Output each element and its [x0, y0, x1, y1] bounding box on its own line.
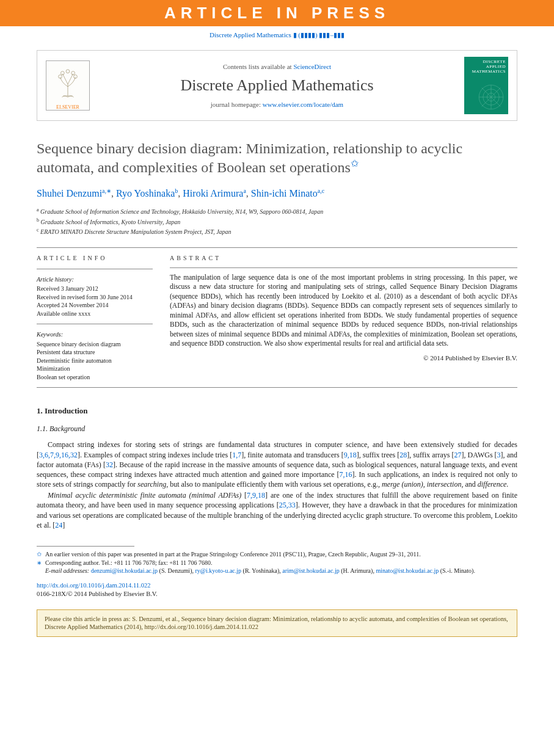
citation-link[interactable]: 7,9,18 [247, 491, 265, 500]
keyword: Persistent data structure [37, 348, 153, 357]
footnote-rule [37, 546, 134, 547]
citation-link[interactable]: 25,33 [279, 501, 296, 509]
elsevier-wordmark: ELSEVIER [56, 104, 79, 110]
keywords-heading: Keywords: [37, 330, 153, 339]
author-list: Shuhei Denzumia,∗, Ryo Yoshinakab, Hirok… [37, 187, 517, 199]
email-link[interactable]: minato@ist.hokudai.ac.jp [376, 567, 439, 574]
journal-cover-thumbnail: DISCRETE APPLIED MATHEMATICS [464, 57, 508, 114]
history-line: Received 3 January 2012 [37, 285, 153, 293]
section-1-heading: 1. Introduction [37, 406, 517, 416]
elsevier-tree-icon [53, 61, 82, 104]
affiliations: a Graduate School of Information Science… [37, 206, 517, 236]
abstract-text: The manipulation of large sequence data … [170, 273, 517, 349]
history-heading: Article history: [37, 275, 153, 284]
history-line: Accepted 24 November 2014 [37, 301, 153, 310]
email-link[interactable]: denzumi@ist.hokudai.ac.jp [91, 567, 158, 574]
svg-point-4 [66, 69, 70, 73]
article-info: ARTICLE INFO Article history: Received 3… [37, 248, 161, 387]
section-1-1-heading: 1.1. Background [37, 424, 517, 434]
article-info-label: ARTICLE INFO [37, 254, 153, 263]
svg-point-0 [59, 75, 62, 78]
keyword: Deterministic finite automaton [37, 357, 153, 365]
contents-available: Contents lists available at ScienceDirec… [98, 63, 456, 70]
abstract-copyright: © 2014 Published by Elsevier B.V. [170, 354, 517, 363]
footnote-marker: ∗ [37, 559, 45, 567]
journal-homepage: journal homepage: www.elsevier.com/locat… [98, 101, 456, 108]
author-link[interactable]: Hiroki Arimura [183, 188, 243, 198]
sciencedirect-link[interactable]: ScienceDirect [293, 63, 331, 70]
citation-link[interactable]: 24 [55, 521, 62, 529]
keyword: Sequence binary decision diagram [37, 340, 153, 349]
doi-block: http://dx.doi.org/10.1016/j.dam.2014.11.… [37, 581, 517, 598]
abstract-label: ABSTRACT [170, 254, 517, 263]
abstract: ABSTRACT The manipulation of large seque… [161, 248, 517, 387]
email-link[interactable]: arim@ist.hokudai.ac.jp [282, 567, 339, 574]
citation-link[interactable]: 9,18 [344, 451, 357, 459]
citation-link[interactable]: 27 [454, 451, 462, 459]
citation-link[interactable]: 3,6,7,9,16,32 [39, 451, 78, 459]
doi-link[interactable]: http://dx.doi.org/10.1016/j.dam.2014.11.… [37, 582, 150, 589]
footnotes: ✩An earlier version of this paper was pr… [37, 550, 517, 575]
journal-reference: Discrete Applied Mathematics ▮ (▮▮▮▮) ▮▮… [0, 26, 554, 44]
keyword: Boolean set operation [37, 373, 153, 382]
body-paragraph: Minimal acyclic deterministic finite aut… [37, 490, 517, 530]
svg-point-3 [71, 71, 75, 75]
email-label: E-mail addresses: [45, 567, 89, 574]
info-abstract-row: ARTICLE INFO Article history: Received 3… [37, 247, 517, 388]
history-line: Available online xxxx [37, 310, 153, 318]
author-link[interactable]: Shuhei Denzumi [37, 188, 102, 198]
email-link[interactable]: ry@i.kyoto-u.ac.jp [195, 567, 241, 574]
journal-header: ELSEVIER Contents lists available at Sci… [37, 50, 517, 121]
homepage-link[interactable]: www.elsevier.com/locate/dam [263, 101, 343, 108]
keyword: Minimization [37, 365, 153, 373]
svg-point-2 [60, 71, 64, 75]
article-title: Sequence binary decision diagram: Minimi… [37, 139, 517, 176]
citation-box: Please cite this article in press as: S.… [37, 609, 517, 637]
citation-link[interactable]: 7,16 [340, 470, 352, 479]
article-in-press-banner: ARTICLE IN PRESS [0, 0, 554, 26]
issn-copyright: 0166-218X/© 2014 Published by Elsevier B… [37, 591, 158, 597]
author-link[interactable]: Ryo Yoshinaka [116, 188, 175, 198]
citation-link[interactable]: 32 [106, 460, 113, 469]
title-footnote-marker: ✩ [351, 158, 359, 169]
citation-link[interactable]: 1,7 [232, 451, 241, 459]
journal-title: Discrete Applied Mathematics [98, 76, 456, 95]
citation-link[interactable]: 28 [399, 451, 407, 459]
elsevier-logo: ELSEVIER [46, 60, 90, 111]
body-paragraph: Compact string indexes for storing sets … [37, 440, 517, 489]
footnote-marker: ✩ [37, 550, 45, 559]
history-line: Received in revised form 30 June 2014 [37, 293, 153, 302]
svg-point-1 [74, 75, 78, 78]
author-link[interactable]: Shin-ichi Minato [251, 188, 318, 198]
